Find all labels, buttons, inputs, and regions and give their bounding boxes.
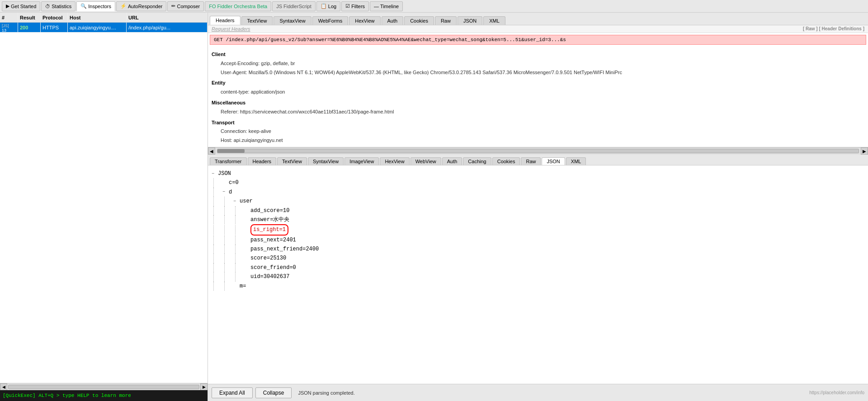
col-protocol: Protocol: [41, 13, 68, 22]
resp-tab-json[interactable]: JSON: [542, 157, 565, 165]
tree-node-7: pass_next=2401: [212, 236, 864, 245]
tree-node-2[interactable]: −d: [212, 188, 864, 197]
table-row[interactable]: [JS] 13 200 HTTPS api.zuiqiangyingyu....…: [0, 23, 208, 33]
timeline-button[interactable]: — Timeline: [370, 1, 403, 11]
filters-button[interactable]: ☑ Filters: [341, 1, 369, 11]
resp-tab-headers[interactable]: Headers: [248, 157, 277, 165]
tree-node-text-4: add_score=10: [250, 206, 289, 215]
tree-node-3[interactable]: −user: [212, 197, 864, 206]
section-client: Client: [212, 50, 864, 59]
resp-tab-hexview[interactable]: HexView: [380, 157, 409, 165]
hscroll-track[interactable]: [8, 385, 199, 389]
tree-node-text-5: answer=水中央: [250, 215, 289, 224]
tree-node-4: add_score=10: [212, 206, 864, 215]
left-hscroll[interactable]: ◀ ▶: [0, 383, 208, 390]
resp-tab-auth[interactable]: Auth: [442, 157, 462, 165]
resp-tab-transformer[interactable]: Transformer: [210, 157, 247, 165]
autoresponder-button[interactable]: ⚡ AutoResponder: [116, 1, 166, 11]
header-connection: Connection: keep-alive: [212, 127, 864, 136]
header-referer: Referer: https://servicewechat.com/wxcc6…: [212, 108, 864, 117]
tab-textview[interactable]: TextView: [241, 16, 273, 25]
header-accept-encoding: Accept-Encoding: gzip, deflate, br: [212, 59, 864, 68]
filters-icon: ☑: [345, 3, 350, 9]
inspector-tabs: Headers TextView SyntaxView WebForms Hex…: [208, 13, 868, 25]
section-transport: Transport: [212, 118, 864, 127]
tab-xml[interactable]: XML: [483, 16, 505, 25]
tree-node-8: pass_next_friend=2400: [212, 245, 864, 254]
tree-node-1: c=0: [212, 178, 864, 187]
hscroll-track[interactable]: [217, 149, 859, 153]
resp-tab-syntaxview[interactable]: SyntaxView: [308, 157, 344, 165]
tree-node-0[interactable]: −JSON: [212, 169, 864, 178]
scroll-left-arrow[interactable]: ◀: [0, 383, 7, 391]
request-section: Request Headers [ Raw ] [ Header Definit…: [208, 25, 868, 147]
tree-node-text-8: pass_next_friend=2400: [250, 245, 319, 254]
highlighted-value: is_right=1: [250, 224, 288, 235]
hscroll-left-arrow[interactable]: ◀: [208, 147, 215, 155]
resp-tab-xml[interactable]: XML: [566, 157, 586, 165]
resp-tab-imageview[interactable]: ImageView: [344, 157, 379, 165]
tab-syntaxview[interactable]: SyntaxView: [274, 16, 311, 25]
tab-auth[interactable]: Auth: [382, 16, 404, 25]
fiddler-orchestra-button[interactable]: FO Fiddler Orchestra Beta: [205, 1, 271, 11]
hscroll-right-arrow[interactable]: ▶: [861, 147, 868, 155]
tree-node-text-0: JSON: [218, 169, 231, 178]
tree-node-10: score_friend=0: [212, 263, 864, 272]
tree-node-9: score=25130: [212, 254, 864, 263]
tab-webforms[interactable]: WebForms: [312, 16, 349, 25]
timeline-icon: —: [374, 4, 379, 9]
resp-tab-cookies[interactable]: Cookies: [492, 157, 520, 165]
col-url: URL: [127, 13, 208, 22]
statistics-button[interactable]: ⏱ Statistics: [41, 1, 75, 11]
tab-raw[interactable]: Raw: [435, 16, 457, 25]
bottom-bar: Expand All Collapse JSON parsing complet…: [208, 384, 868, 401]
composer-icon: ✏: [171, 3, 175, 9]
parse-status: JSON parsing completed.: [298, 390, 354, 396]
tab-json[interactable]: JSON: [458, 16, 482, 25]
col-result: Result: [18, 13, 41, 22]
inspectors-icon: 🔍: [80, 3, 87, 9]
json-tree: −JSON c=0 −d −user add_score=10 answer=水…: [208, 165, 868, 384]
tree-node-text-9: score=25130: [250, 254, 286, 263]
resp-tab-webview[interactable]: WebView: [410, 157, 441, 165]
resp-tab-raw[interactable]: Raw: [521, 157, 541, 165]
collapse-button[interactable]: Collapse: [255, 387, 292, 398]
tab-cookies[interactable]: Cookies: [404, 16, 434, 25]
request-headers-title: Request Headers [ Raw ] [ Header Definit…: [208, 25, 868, 33]
resp-tab-caching[interactable]: Caching: [463, 157, 491, 165]
headers-content: Client Accept-Encoding: gzip, deflate, b…: [208, 47, 868, 147]
scroll-right-arrow[interactable]: ▶: [200, 383, 208, 391]
header-host: Host: api.zuiqiangyingyu.net: [212, 136, 864, 145]
cell-protocol: HTTPS: [41, 23, 68, 32]
cell-num: [JS] 13: [0, 23, 18, 32]
col-host: Host: [68, 13, 127, 22]
tree-node-text-2: d: [229, 188, 232, 197]
tree-node-text-3: user: [240, 197, 253, 206]
quickexec-bar: [QuickExec] ALT+Q > type HELP to learn m…: [0, 390, 208, 401]
tree-node-text-10: score_friend=0: [250, 263, 296, 272]
inspectors-button[interactable]: 🔍 Inspectors: [76, 1, 115, 11]
tree-node-6: is_right=1: [212, 224, 864, 235]
url-hint: https://placeholder.com/info: [809, 390, 864, 395]
expand-all-button[interactable]: Expand All: [212, 387, 253, 398]
request-hscroll[interactable]: ◀ ▶: [208, 147, 868, 155]
composer-button[interactable]: ✏ Composer: [167, 1, 204, 11]
play-icon: ▶: [6, 3, 9, 9]
log-icon: 📋: [321, 3, 327, 9]
tab-hexview[interactable]: HexView: [349, 16, 380, 25]
header-user-agent: User-Agent: Mozilla/5.0 (Windows NT 6.1;…: [212, 68, 864, 77]
tree-node-text-11: uid=30402637: [250, 272, 289, 281]
request-url-bar: GET /index.php/api/guess_v2/Sub?answer=%…: [210, 35, 866, 45]
tree-node-12: m=: [212, 282, 864, 291]
fiddlerscript-button[interactable]: JS FiddlerScript: [272, 1, 316, 11]
get-started-button[interactable]: ▶ Get Started: [2, 1, 40, 11]
resp-tab-textview[interactable]: TextView: [277, 157, 307, 165]
hscroll-thumb[interactable]: [217, 149, 245, 153]
session-header: # Result Protocol Host URL: [0, 13, 208, 23]
tree-node-text-7: pass_next=2401: [250, 236, 296, 245]
section-miscellaneous: Miscellaneous: [212, 99, 864, 108]
log-button[interactable]: 📋 Log: [316, 1, 340, 11]
cell-host: api.zuiqiangyingyu....: [68, 23, 127, 32]
statistics-icon: ⏱: [45, 4, 50, 9]
tab-headers[interactable]: Headers: [210, 16, 241, 25]
